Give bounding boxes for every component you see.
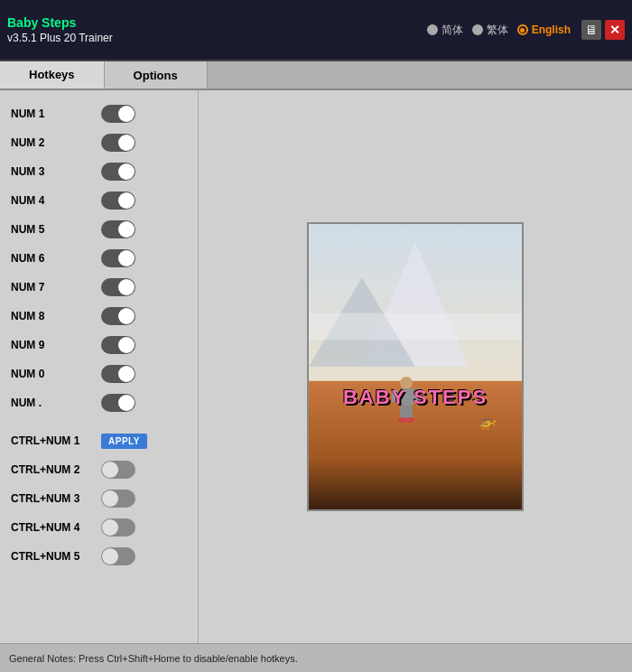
hotkey-num8-label: NUM 8 xyxy=(11,310,92,322)
toggle-num4[interactable] xyxy=(101,191,135,210)
right-panel: 🚁 BABY STEPS xyxy=(199,90,632,643)
hotkey-num7-label: NUM 7 xyxy=(11,281,92,294)
hotkey-num5: NUM 5 xyxy=(0,215,198,244)
radio-english xyxy=(517,24,528,35)
radio-simplified xyxy=(427,24,438,35)
language-group: 简体 繁体 English xyxy=(427,23,571,38)
toggle-ctrlnum2[interactable] xyxy=(101,461,135,479)
title-bar-right: 简体 繁体 English 🖥 ✕ xyxy=(427,20,625,40)
hotkey-num5-label: NUM 5 xyxy=(11,223,92,236)
hotkey-num2-label: NUM 2 xyxy=(11,136,92,149)
hotkey-ctrlnum5: CTRL+NUM 5 xyxy=(0,542,198,571)
hotkey-ctrlnum4-label: CTRL+NUM 4 xyxy=(11,521,92,534)
close-button[interactable]: ✕ xyxy=(605,20,625,40)
hotkey-num1-label: NUM 1 xyxy=(11,107,92,120)
toggle-num5[interactable] xyxy=(101,220,135,238)
hotkey-ctrlnum3-label: CTRL+NUM 3 xyxy=(11,492,92,505)
toggle-num9[interactable] xyxy=(101,336,135,354)
svg-rect-3 xyxy=(309,313,522,341)
hotkey-num6-label: NUM 6 xyxy=(11,252,92,265)
hotkey-num0: NUM 0 xyxy=(0,359,198,388)
app-subtitle: v3.5.1 Plus 20 Trainer xyxy=(7,32,113,44)
toggle-ctrlnum3[interactable] xyxy=(101,490,135,508)
hotkey-num1: NUM 1 xyxy=(0,99,198,128)
hotkeys-panel: NUM 1 NUM 2 NUM 3 NUM 4 NUM 5 NUM 6 xyxy=(0,90,199,643)
hotkey-ctrlnum2: CTRL+NUM 2 xyxy=(0,455,198,484)
hotkey-ctrlnum3: CTRL+NUM 3 xyxy=(0,484,198,513)
status-text: General Notes: Press Ctrl+Shift+Home to … xyxy=(9,653,298,664)
hotkey-numdot: NUM . xyxy=(0,388,198,417)
toggle-num8[interactable] xyxy=(101,307,135,325)
toggle-num3[interactable] xyxy=(101,163,135,181)
hotkey-num8: NUM 8 xyxy=(0,302,198,331)
hotkey-ctrlnum4: CTRL+NUM 4 xyxy=(0,513,198,542)
toggle-ctrlnum5[interactable] xyxy=(101,547,135,565)
toggle-num6[interactable] xyxy=(101,249,135,267)
hotkey-num0-label: NUM 0 xyxy=(11,368,92,380)
hotkey-num4-label: NUM 4 xyxy=(11,194,92,207)
toggle-ctrlnum4[interactable] xyxy=(101,518,135,537)
toggle-num7[interactable] xyxy=(101,278,135,296)
hotkey-num4: NUM 4 xyxy=(0,186,198,215)
toggle-num2[interactable] xyxy=(101,134,135,152)
app-title: Baby Steps xyxy=(7,15,113,30)
hotkey-num2: NUM 2 xyxy=(0,128,198,157)
cover-game-title: BABY STEPS xyxy=(343,386,488,409)
hotkey-num7: NUM 7 xyxy=(0,273,198,302)
toggle-num0[interactable] xyxy=(101,365,135,383)
tab-options[interactable]: Options xyxy=(105,61,208,89)
lang-english-label: English xyxy=(532,23,571,36)
hotkey-ctrlnum2-label: CTRL+NUM 2 xyxy=(11,463,92,476)
hotkey-num9-label: NUM 9 xyxy=(11,339,92,351)
hotkey-num9: NUM 9 xyxy=(0,331,198,359)
lang-traditional-label: 繁体 xyxy=(487,23,508,38)
lang-english[interactable]: English xyxy=(517,23,571,36)
hotkey-num3: NUM 3 xyxy=(0,157,198,186)
apply-button[interactable]: APPLY xyxy=(101,434,147,449)
toggle-num1[interactable] xyxy=(101,105,135,123)
title-bar: Baby Steps v3.5.1 Plus 20 Trainer 简体 繁体 … xyxy=(0,0,632,61)
monitor-button[interactable]: 🖥 xyxy=(581,20,601,40)
status-bar: General Notes: Press Ctrl+Shift+Home to … xyxy=(0,643,632,672)
main-content: NUM 1 NUM 2 NUM 3 NUM 4 NUM 5 NUM 6 xyxy=(0,90,632,643)
tab-hotkeys[interactable]: Hotkeys xyxy=(0,61,105,89)
game-cover: 🚁 BABY STEPS xyxy=(307,222,524,511)
helicopter-icon: 🚁 xyxy=(479,413,497,430)
mountain-svg xyxy=(309,224,522,381)
svg-point-11 xyxy=(405,417,414,423)
hotkey-ctrlnum1-label: CTRL+NUM 1 xyxy=(11,434,92,447)
tab-bar: Hotkeys Options xyxy=(0,61,632,90)
radio-traditional xyxy=(472,24,483,35)
hotkey-numdot-label: NUM . xyxy=(11,397,92,409)
lang-traditional[interactable]: 繁体 xyxy=(472,23,508,38)
hotkey-ctrlnum1: CTRL+NUM 1 APPLY xyxy=(0,426,198,455)
hotkey-ctrlnum5-label: CTRL+NUM 5 xyxy=(11,550,92,563)
window-controls: 🖥 ✕ xyxy=(581,20,625,40)
lang-simplified[interactable]: 简体 xyxy=(427,23,463,38)
hotkey-num6: NUM 6 xyxy=(0,244,198,273)
hotkey-num3-label: NUM 3 xyxy=(11,165,92,178)
toggle-numdot[interactable] xyxy=(101,394,135,412)
title-bar-left: Baby Steps v3.5.1 Plus 20 Trainer xyxy=(7,15,113,44)
lang-simplified-label: 简体 xyxy=(441,23,463,38)
